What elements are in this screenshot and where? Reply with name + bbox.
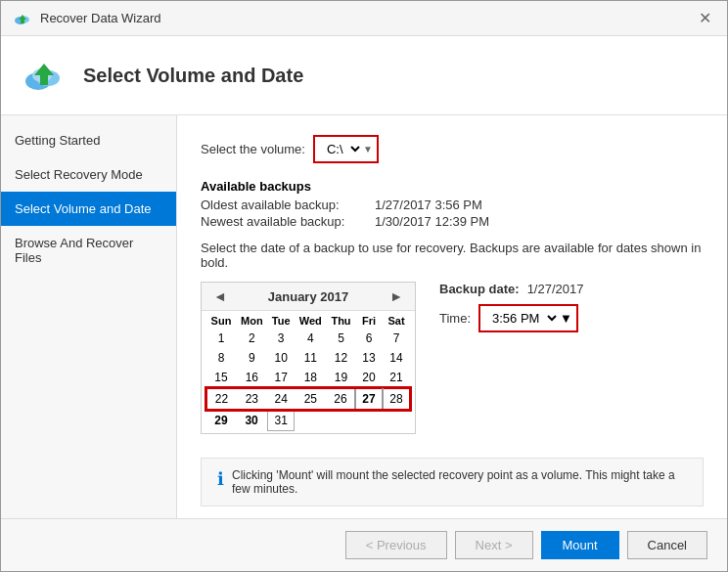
cal-day[interactable]: 3: [268, 329, 295, 348]
cal-day[interactable]: 18: [295, 368, 327, 388]
calendar-week-1: 1 2 3 4 5 6 7: [206, 329, 410, 348]
cal-day[interactable]: 10: [268, 348, 295, 368]
calendar-table: Sun Mon Tue Wed Thu Fri Sat: [205, 313, 411, 431]
oldest-backup-row: Oldest available backup: 1/27/2017 3:56 …: [201, 198, 704, 212]
cal-day[interactable]: 17: [268, 368, 295, 388]
next-button[interactable]: Next >: [455, 531, 533, 559]
backup-date-value: 1/27/2017: [527, 282, 584, 296]
calendar-week-3: 15 16 17 18 19 20 21: [206, 368, 410, 388]
oldest-backup-value: 1/27/2017 3:56 PM: [375, 198, 482, 212]
header: Select Volume and Date: [1, 36, 727, 115]
cal-day[interactable]: 13: [355, 348, 383, 368]
cal-day[interactable]: 5: [327, 329, 355, 348]
dropdown-arrow-icon: ▼: [363, 144, 373, 154]
sidebar-item-recovery-mode[interactable]: Select Recovery Mode: [1, 157, 176, 192]
cal-next-button[interactable]: ►: [386, 288, 407, 304]
cal-day-empty: [355, 410, 383, 431]
backup-info-title: Available backups: [201, 179, 704, 194]
oldest-backup-label: Oldest available backup:: [201, 198, 367, 212]
day-name-sat: Sat: [383, 313, 410, 329]
window-title: Recover Data Wizard: [40, 11, 161, 25]
cal-day-selected[interactable]: 27: [355, 388, 383, 410]
cal-day-empty: [295, 410, 327, 431]
instruction-text: Select the date of a backup to use for r…: [201, 241, 704, 270]
cal-day[interactable]: 26: [327, 388, 355, 410]
cal-day[interactable]: 22: [206, 388, 236, 410]
mount-button[interactable]: Mount: [541, 531, 619, 559]
date-time-panel: Backup date: 1/27/2017 Time: 3:56 PM ▼: [439, 282, 583, 332]
day-name-sun: Sun: [206, 313, 236, 329]
cal-day[interactable]: 20: [355, 368, 383, 388]
calendar-day-names-row: Sun Mon Tue Wed Thu Fri Sat: [206, 313, 410, 329]
cal-day[interactable]: 2: [236, 329, 268, 348]
time-dropdown[interactable]: 3:56 PM: [484, 308, 560, 329]
volume-dropdown-wrapper[interactable]: C:\ ▼: [313, 135, 379, 163]
calendar-week-5: 29 30 31: [206, 410, 410, 431]
sidebar-item-volume-date[interactable]: Select Volume and Date: [1, 192, 176, 226]
cal-day[interactable]: 11: [295, 348, 327, 368]
day-name-tue: Tue: [268, 313, 295, 329]
title-bar: Recover Data Wizard ✕: [1, 1, 727, 36]
time-dropdown-arrow-icon: ▼: [560, 311, 572, 326]
cal-day[interactable]: 4: [295, 329, 327, 348]
volume-dropdown[interactable]: C:\: [319, 139, 363, 159]
cal-day[interactable]: 29: [206, 410, 236, 431]
cal-day-today[interactable]: 31: [268, 410, 295, 431]
bottom-info-text: Clicking 'Mount' will mount the selected…: [232, 468, 687, 496]
cal-day[interactable]: 15: [206, 368, 236, 388]
sidebar-item-browse-recover[interactable]: Browse And Recover Files: [1, 226, 176, 275]
calendar: ◄ January 2017 ► Sun Mon Tue Wed: [201, 282, 416, 434]
time-label: Time:: [439, 311, 471, 326]
cancel-button[interactable]: Cancel: [627, 531, 707, 559]
cal-day[interactable]: 23: [236, 388, 268, 410]
time-dropdown-wrapper[interactable]: 3:56 PM ▼: [478, 304, 578, 332]
cal-day[interactable]: 12: [327, 348, 355, 368]
cal-day[interactable]: 24: [268, 388, 295, 410]
cal-day[interactable]: 25: [295, 388, 327, 410]
cal-day[interactable]: 21: [383, 368, 410, 388]
volume-select-label: Select the volume:: [201, 142, 305, 156]
cal-day[interactable]: 16: [236, 368, 268, 388]
day-name-wed: Wed: [295, 313, 327, 329]
calendar-week-2: 8 9 10 11 12 13 14: [206, 348, 410, 368]
newest-backup-row: Newest available backup: 1/30/2017 12:39…: [201, 214, 704, 229]
close-button[interactable]: ✕: [695, 9, 715, 27]
prev-button[interactable]: < Previous: [345, 531, 447, 559]
cal-day[interactable]: 7: [383, 329, 410, 348]
volume-select-row: Select the volume: C:\ ▼: [201, 135, 704, 163]
cal-day[interactable]: 28: [383, 388, 410, 410]
newest-backup-value: 1/30/2017 12:39 PM: [375, 214, 489, 229]
page-title: Select Volume and Date: [83, 65, 303, 87]
info-icon: ℹ: [217, 468, 224, 490]
footer: < Previous Next > Mount Cancel: [1, 518, 727, 571]
cal-day-empty: [327, 410, 355, 431]
cal-day[interactable]: 9: [236, 348, 268, 368]
calendar-month-year: January 2017: [268, 289, 348, 304]
cal-day-empty: [383, 410, 410, 431]
bottom-info: ℹ Clicking 'Mount' will mount the select…: [201, 458, 704, 506]
calendar-date-panel: ◄ January 2017 ► Sun Mon Tue Wed: [201, 282, 704, 434]
cal-day[interactable]: 6: [355, 329, 383, 348]
time-row: Time: 3:56 PM ▼: [439, 304, 583, 332]
cal-day[interactable]: 30: [236, 410, 268, 431]
app-icon: [13, 9, 32, 28]
title-bar-left: Recover Data Wizard: [13, 9, 161, 28]
main-window: Recover Data Wizard ✕ Select Volume and …: [0, 0, 728, 572]
cal-day[interactable]: 19: [327, 368, 355, 388]
cal-prev-button[interactable]: ◄: [209, 288, 231, 304]
newest-backup-label: Newest available backup:: [201, 214, 367, 229]
day-name-mon: Mon: [236, 313, 268, 329]
sidebar: Getting Started Select Recovery Mode Sel…: [1, 115, 177, 518]
day-name-fri: Fri: [355, 313, 383, 329]
backup-date-label: Backup date:: [439, 282, 520, 296]
cal-day[interactable]: 14: [383, 348, 410, 368]
sidebar-item-getting-started[interactable]: Getting Started: [1, 123, 176, 157]
header-icon: [21, 52, 68, 99]
day-name-thu: Thu: [327, 313, 355, 329]
cal-day[interactable]: 8: [206, 348, 236, 368]
main-content: Select the volume: C:\ ▼ Available backu…: [177, 115, 727, 518]
cal-day[interactable]: 1: [206, 329, 236, 348]
calendar-header: ◄ January 2017 ►: [202, 283, 415, 311]
content-area: Getting Started Select Recovery Mode Sel…: [1, 115, 727, 518]
backup-info: Available backups Oldest available backu…: [201, 179, 704, 229]
